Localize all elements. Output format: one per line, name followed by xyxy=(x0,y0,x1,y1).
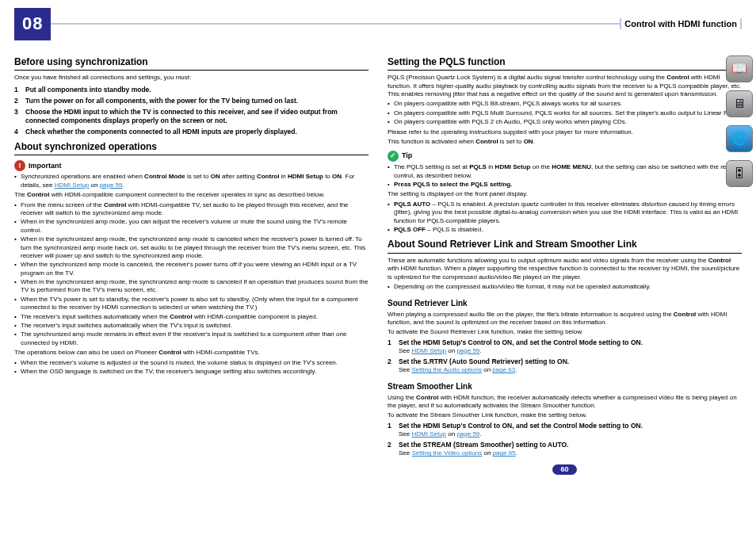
list-item: The receiver's input switches automatica… xyxy=(14,313,368,321)
header-bar: 08 Control with HDMI function xyxy=(14,8,742,40)
important-icon: ! xyxy=(14,160,25,171)
tip-bullets: The PQLS setting is set at PQLS in HDMI … xyxy=(388,163,742,180)
tip-icon: ✓ xyxy=(388,151,399,162)
pqls-compat-bullets: On players compatible with PQLS Bit-stre… xyxy=(388,100,742,126)
section-title: Control with HDMI function xyxy=(620,18,742,29)
list-item: Synchronized operations are enabled when… xyxy=(14,173,368,189)
link-audio-options[interactable]: Setting the Audio options xyxy=(411,366,482,373)
link-hdmi-setup[interactable]: HDMI Setup xyxy=(411,430,446,438)
heading-stream-smoother: Stream Smoother Link xyxy=(388,381,742,392)
paragraph: These are automatic functions allowing y… xyxy=(388,257,742,281)
link-video-options[interactable]: Setting the Video options xyxy=(411,449,482,457)
heading-before-sync: Before using synchronization xyxy=(14,56,368,71)
right-column: Setting the PQLS function PQLS (Precisio… xyxy=(388,52,742,476)
paragraph: Using the Control with HDMI function, th… xyxy=(388,394,742,411)
heading-sync-ops: About synchronized operations xyxy=(14,141,368,156)
link-hdmi-setup[interactable]: HDMI Setup xyxy=(55,182,90,189)
list-item: When the receiver's volume is adjusted o… xyxy=(14,359,368,367)
step-2: 2Turn the power on for all components, w… xyxy=(14,97,368,105)
header-rule xyxy=(51,23,620,25)
list-item: The receiver's input switches automatica… xyxy=(14,322,368,330)
pqls-options: PQLS AUTO – PQLS is enabled. A precision… xyxy=(388,201,742,235)
step-1: 1Set the HDMI Setup's Control to ON, and… xyxy=(388,422,742,438)
list-item: From the menu screen of the Control with… xyxy=(14,201,368,218)
tip-row: ✓ Tip xyxy=(388,151,742,162)
chapter-number: 08 xyxy=(14,8,51,40)
paragraph: When playing a compressed audio file on … xyxy=(388,311,742,327)
ss-steps: 1Set the HDMI Setup's Control to ON, and… xyxy=(388,422,742,458)
paragraph: The setting is displayed on the front pa… xyxy=(388,190,742,198)
important-label: Important xyxy=(29,162,62,171)
list-item: When the TV's power is set to standby, t… xyxy=(14,296,368,312)
heading-sr-ss: About Sound Retriever Link and Stream Sm… xyxy=(388,239,742,254)
step-2: 2Set the S.RTRV (Auto Sound Retriever) s… xyxy=(388,357,742,374)
paragraph: To activate the Sound Retriever Link fun… xyxy=(388,328,742,336)
list-item: PQLS AUTO – PQLS is enabled. A precision… xyxy=(388,201,742,225)
heading-pqls: Setting the PQLS function xyxy=(388,56,742,71)
step-2: 2Set the STREAM (Stream Smoother) settin… xyxy=(388,441,742,457)
pioneer-bullets: When the receiver's volume is adjusted o… xyxy=(14,359,368,376)
sync-bullets: From the menu screen of the Control with… xyxy=(14,201,368,348)
list-item: When in the synchronized amp mode, the s… xyxy=(14,235,368,260)
intro-text: Once you have finished all connections a… xyxy=(14,74,368,82)
book-icon[interactable]: 📖 xyxy=(726,55,753,82)
sr-steps: 1Set the HDMI Setup's Control to ON, and… xyxy=(388,338,742,375)
link-page-59[interactable]: page 59 xyxy=(100,182,123,189)
link-page-65[interactable]: page 65 xyxy=(493,449,516,457)
list-item: Press PQLS to select the PQLS setting. xyxy=(388,181,742,189)
link-page-59[interactable]: page 59 xyxy=(456,430,479,438)
list-item: PQLS OFF – PQLS is disabled. xyxy=(388,226,742,234)
list-item: On players compatible with PQLS 2 ch Aud… xyxy=(388,118,742,126)
step-4: 4Check whether the components connected … xyxy=(14,128,368,136)
step-1: 1Put all components into standby mode. xyxy=(14,86,368,94)
step-1: 1Set the HDMI Setup's Control to ON, and… xyxy=(388,338,742,355)
important-bullets: Synchronized operations are enabled when… xyxy=(14,173,368,189)
link-page-63[interactable]: page 63 xyxy=(492,366,515,373)
list-item: The synchronized amp mode remains in eff… xyxy=(14,331,368,347)
heading-sound-retriever: Sound Retriever Link xyxy=(388,298,742,308)
left-column: Before using synchronization Once you ha… xyxy=(14,52,368,476)
page-number: 60 xyxy=(552,464,576,476)
paragraph: The operations below can also be used on… xyxy=(14,349,368,357)
link-hdmi-setup[interactable]: HDMI Setup xyxy=(411,347,446,354)
paragraph: To activate the Stream Smoother Link fun… xyxy=(388,411,742,419)
before-sync-steps: 1Put all components into standby mode. 2… xyxy=(14,86,368,136)
step-3: 3Choose the HDMI input to which the TV i… xyxy=(14,108,368,125)
device-icon[interactable]: 🖥 xyxy=(726,90,753,117)
pqls-step: Press PQLS to select the PQLS setting. xyxy=(388,181,742,189)
globe-icon[interactable]: 🌐 xyxy=(726,125,753,152)
list-item: When in the synchronized amp mode, you c… xyxy=(14,218,368,235)
list-item: Depending on the compressed audio/video … xyxy=(388,283,742,291)
paragraph: This function is activated when Control … xyxy=(388,138,742,146)
paragraph: PQLS (Precision Quartz Lock System) is a… xyxy=(388,74,742,98)
remote-icon[interactable]: 🎛 xyxy=(726,160,753,187)
sr-ss-bullets: Depending on the compressed audio/video … xyxy=(388,283,742,291)
list-item: When the OSD language is switched on the… xyxy=(14,368,368,376)
list-item: On players compatible with PQLS Bit-stre… xyxy=(388,100,742,108)
footer: 60 xyxy=(388,464,742,476)
list-item: When the synchronized amp mode is cancel… xyxy=(14,261,368,277)
paragraph: The Control with HDMI-compatible compone… xyxy=(14,191,368,199)
list-item: On players compatible with PQLS Multi Su… xyxy=(388,109,742,117)
list-item: When in the synchronized amp mode, the s… xyxy=(14,278,368,295)
link-page-59[interactable]: page 59 xyxy=(456,347,479,354)
important-row: ! Important xyxy=(14,160,368,171)
list-item: The PQLS setting is set at PQLS in HDMI … xyxy=(388,163,742,180)
tip-label: Tip xyxy=(402,151,412,161)
paragraph: Please refer to the operating instructio… xyxy=(388,128,742,136)
side-toolbar: 📖 🖥 🌐 🎛 xyxy=(726,55,753,187)
